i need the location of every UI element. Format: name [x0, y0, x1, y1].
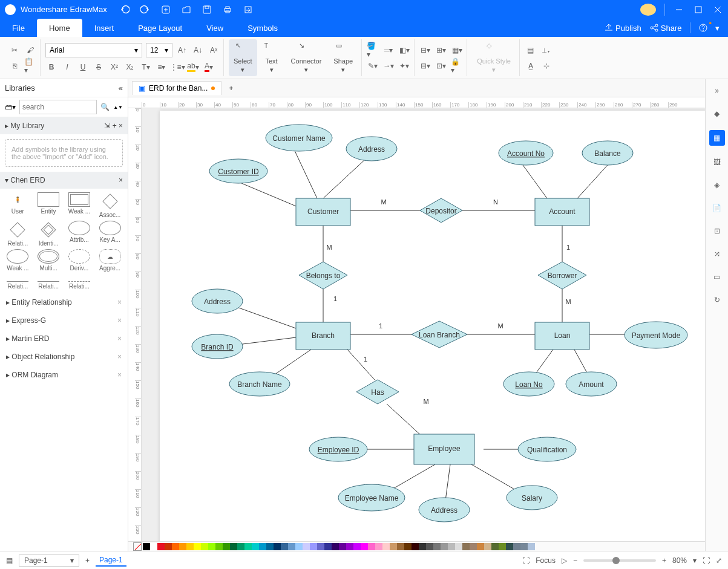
spacing-icon[interactable]: ≡▾ [156, 61, 168, 73]
crop-icon[interactable]: ⟂▾ [540, 44, 553, 56]
font-color-icon[interactable]: A▾ [203, 61, 215, 73]
quick-style-button[interactable]: ◇Quick Style▾ [472, 39, 516, 76]
align-icon[interactable]: ⊟▾ [419, 44, 431, 56]
fullscreen-icon[interactable]: ⤢ [716, 556, 722, 565]
color-swatch[interactable] [513, 543, 520, 550]
color-swatch[interactable] [179, 543, 186, 550]
lib-orm-diagram[interactable]: ▸ ORM Diagram× [0, 366, 128, 384]
shape-assoc[interactable]: Assoc... [96, 192, 124, 218]
tab-view[interactable]: View [194, 19, 235, 37]
color-swatch[interactable] [230, 543, 237, 550]
shape-attribute[interactable]: Attrib... [65, 221, 94, 247]
subscript-icon[interactable]: X₂ [124, 61, 136, 73]
color-swatch[interactable] [310, 543, 317, 550]
theme-icon[interactable]: ◆ [710, 107, 724, 120]
bullets-icon[interactable]: ⋮≡▾ [171, 61, 183, 73]
publish-button[interactable]: Publish [605, 24, 641, 33]
undo-icon[interactable] [119, 4, 130, 15]
maximize-icon[interactable] [693, 4, 704, 15]
fill-icon[interactable]: 🪣▾ [367, 44, 379, 56]
color-swatch[interactable] [259, 543, 266, 550]
print-icon[interactable] [222, 4, 233, 15]
color-swatch[interactable] [368, 543, 375, 550]
color-swatch[interactable] [346, 543, 353, 550]
font-select[interactable]: Arial▾ [45, 43, 142, 57]
shape-weak-entity[interactable]: Weak ... [65, 192, 94, 218]
color-swatch[interactable] [172, 543, 179, 550]
color-swatch[interactable] [215, 543, 223, 550]
color-swatch[interactable] [491, 543, 499, 550]
search-input[interactable] [19, 100, 97, 114]
sort-icon[interactable]: ▲▼ [113, 105, 123, 110]
text-tool[interactable]: TText▾ [260, 39, 284, 76]
increase-font-icon[interactable]: A↑ [176, 44, 188, 56]
image-icon[interactable]: 🖼 [710, 155, 724, 169]
superscript-icon[interactable]: X² [108, 61, 120, 73]
qr-icon[interactable]: ▦ [709, 130, 725, 146]
tab-page-layout[interactable]: Page Layout [126, 19, 194, 37]
color-swatch[interactable] [528, 543, 535, 550]
lib-object-relationship[interactable]: ▸ Object Relationship× [0, 348, 128, 366]
format-painter-icon[interactable]: 🖌 [24, 44, 36, 56]
shape-aggregation[interactable]: ☁Aggre... [96, 249, 124, 271]
page-select[interactable]: Page-1▾ [19, 554, 79, 567]
open-icon[interactable] [181, 4, 192, 15]
present-icon[interactable]: ▭ [710, 270, 724, 284]
close-mylib-icon[interactable]: × [119, 122, 123, 130]
symbol-icon[interactable]: A̲ [525, 60, 537, 72]
collapse-right-icon[interactable]: » [710, 84, 724, 97]
size-panel-icon[interactable]: ⊡ [710, 224, 724, 238]
color-swatch[interactable] [194, 543, 201, 550]
color-swatch[interactable] [448, 543, 455, 550]
library-picker-icon[interactable]: 🗃▾ [5, 103, 16, 111]
color-swatch[interactable] [237, 543, 244, 550]
color-swatch[interactable] [339, 543, 346, 550]
no-fill-icon[interactable] [133, 542, 142, 551]
tab-insert[interactable]: Insert [82, 19, 126, 37]
color-swatch[interactable] [361, 543, 368, 550]
color-swatch[interactable] [150, 543, 157, 550]
color-swatch[interactable] [455, 543, 462, 550]
color-swatch[interactable] [303, 543, 310, 550]
close-icon[interactable] [712, 4, 723, 15]
save-icon[interactable] [202, 4, 212, 15]
color-swatch[interactable] [288, 543, 295, 550]
color-swatch[interactable] [223, 543, 230, 550]
color-swatch[interactable] [419, 543, 426, 550]
history-icon[interactable]: ↻ [710, 293, 724, 307]
color-swatch[interactable] [244, 543, 252, 550]
color-swatch[interactable] [426, 543, 433, 550]
lib-martin-erd[interactable]: ▸ Martin ERD× [0, 330, 128, 348]
shape-relationship[interactable]: Relati... [4, 221, 32, 247]
chen-erd-title[interactable]: Chen ERD [10, 176, 45, 184]
line-color-icon[interactable]: ✎▾ [367, 60, 379, 72]
paste-icon[interactable]: 📋▾ [24, 60, 36, 72]
color-swatch[interactable] [353, 543, 361, 550]
close-chen-icon[interactable]: × [119, 176, 123, 184]
color-swatch[interactable] [274, 543, 281, 550]
lib-express-g[interactable]: ▸ Express-G× [0, 311, 128, 330]
color-swatch[interactable] [433, 543, 441, 550]
tab-home[interactable]: Home [37, 19, 82, 37]
shape-multi-attr[interactable]: Multi... [34, 249, 63, 271]
collapse-left-icon[interactable]: « [119, 83, 123, 93]
shape-relation-3[interactable]: Relati... [65, 274, 94, 290]
help-icon[interactable]: •▾ [699, 24, 720, 33]
shape-tool[interactable]: ▭Shape▾ [329, 39, 358, 76]
export-icon[interactable] [243, 4, 254, 15]
shuffle-icon[interactable]: ⤮ [710, 247, 724, 261]
color-swatch[interactable] [186, 543, 194, 550]
shape-entity[interactable]: Entity [34, 192, 63, 218]
distribute-icon[interactable]: ⊟▾ [419, 60, 431, 72]
italic-icon[interactable]: I [61, 61, 73, 73]
color-swatch[interactable] [506, 543, 513, 550]
size-icon[interactable]: ⊡▾ [435, 60, 447, 72]
shape-derived-attr[interactable]: Deriv... [65, 249, 94, 271]
strike-icon[interactable]: S [93, 61, 105, 73]
case-icon[interactable]: T▾ [140, 61, 152, 73]
color-swatch[interactable] [281, 543, 288, 550]
color-swatch[interactable] [390, 543, 397, 550]
layers-icon[interactable]: ▤ [525, 44, 537, 56]
layers-panel-icon[interactable]: ◈ [710, 178, 724, 192]
color-swatch[interactable] [462, 543, 470, 550]
